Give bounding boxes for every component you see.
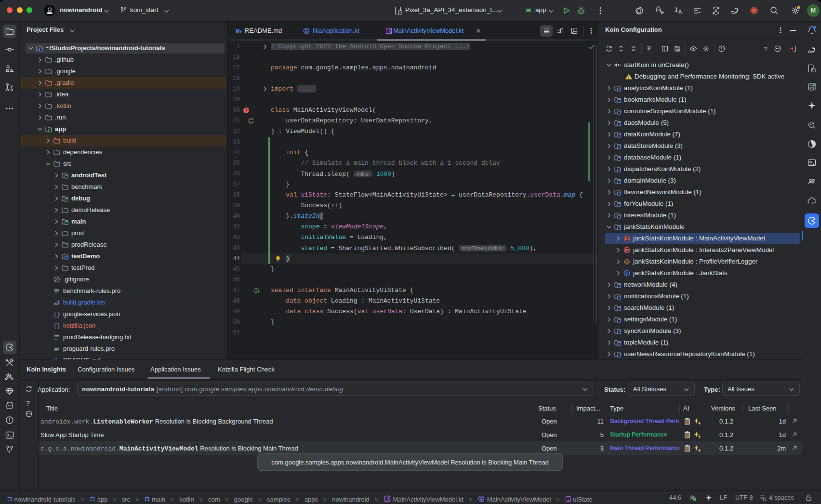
svg-text:m: m xyxy=(625,248,629,252)
svg-text:I: I xyxy=(256,289,257,293)
svg-text:v: v xyxy=(567,498,569,501)
svg-text:C: C xyxy=(625,271,628,276)
svg-text:{}: {} xyxy=(53,323,60,330)
svg-text:?: ? xyxy=(764,45,767,53)
svg-text:A: A xyxy=(678,9,682,14)
svg-text:M: M xyxy=(53,358,57,360)
svg-text:M: M xyxy=(236,28,239,34)
svg-text:C: C xyxy=(625,260,628,264)
svg-text:{}: {} xyxy=(53,311,60,318)
svg-text:m: m xyxy=(625,236,629,241)
